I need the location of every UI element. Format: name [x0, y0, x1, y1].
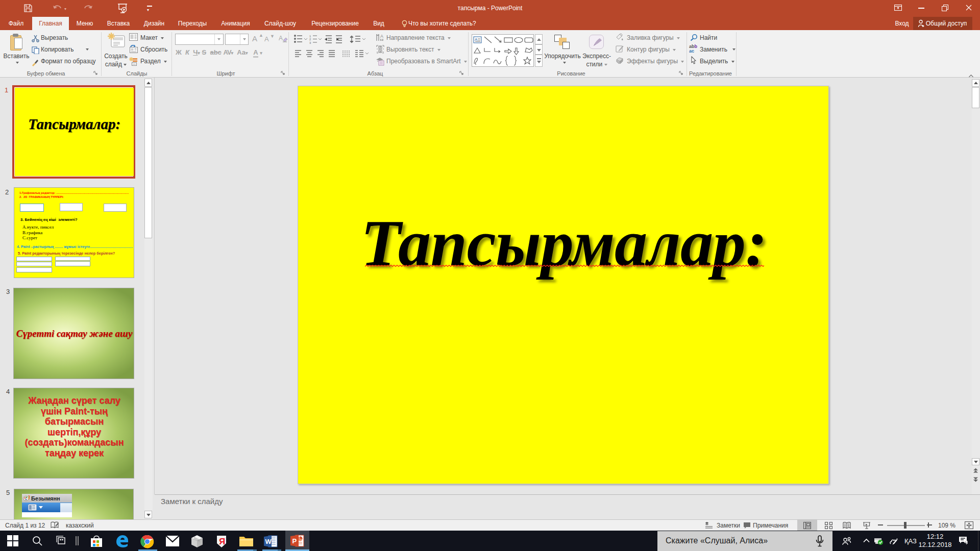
svg-text:P: P [292, 537, 297, 545]
svg-text:1: 1 [309, 35, 311, 38]
svg-text:Я: Я [219, 537, 225, 546]
svg-text:W: W [265, 538, 272, 545]
svg-text:А: А [380, 34, 383, 39]
svg-text:A: A [279, 35, 283, 42]
svg-text:A: A [475, 37, 478, 42]
svg-text:3: 3 [309, 41, 311, 44]
svg-text:2: 2 [309, 38, 311, 41]
